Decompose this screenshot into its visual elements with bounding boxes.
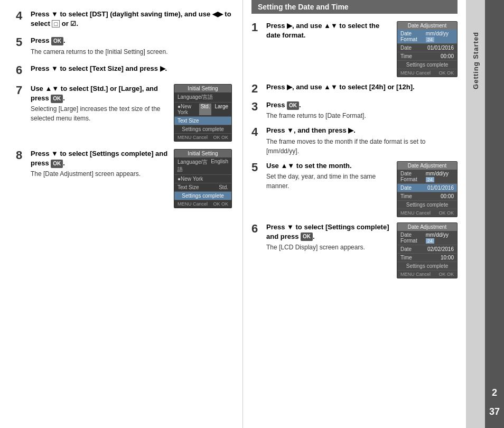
step-6-content: Press ▼ to select [Text Size] and press … [31,64,232,73]
sidebar-tab: Getting Started [466,0,485,428]
screen-1-title: Initial Setting [174,85,231,92]
rstep-1-with-image: Press ▶, and use ▲▼ to select the date f… [266,21,458,77]
initial-setting-screen-2: Initial Setting Language/言語 English ●New… [174,149,232,208]
rstep-6: 6 Press ▼ to select [Settings complete] … [251,222,458,278]
screen-1-settings: Settings complete [174,125,231,134]
step-8-with-image: Press ▼ to select [Settings complete] an… [31,149,232,208]
date-adj-2-bottom: MENU Cancel OK OK [397,209,457,217]
step-8-content: Press ▼ to select [Settings complete] an… [31,149,232,208]
date-adj-2-title: Date Adjustment [397,162,457,170]
step-number-4: 4 [16,10,27,22]
rstep-5-title: Use ▲▼ to set the month. [266,161,391,171]
step-4-content: Press ▼ to select [DST] (daylight saving… [31,10,232,29]
date-adj-2-settings: Settings complete [397,201,457,209]
rstep-6-with-image: Press ▼ to select [Settings complete] an… [266,222,458,278]
screen-2-bottom: MENU Cancel OK OK [174,200,231,208]
rstep-number-6: 6 [251,222,263,235]
date-adj-2-row-time: Time 00:00 [397,192,457,201]
date-adj-screen-3: Date Adjustment Date Format mm/dd/yy 24 … [397,222,458,278]
date-adj-1-row-format: Date Format mm/dd/yy 24 [397,30,457,44]
step-5-body: The camera returns to the [Initial Setti… [31,47,232,57]
rstep-1-text: Press ▶, and use ▲▼ to select the date f… [266,21,391,40]
chapter-number: 2 [492,387,497,398]
step-7-body: Selecting [Large] increases the text siz… [31,104,169,123]
rstep-6-title: Press ▼ to select [Settings complete] an… [266,222,391,241]
step-7-title: Use ▲▼ to select [Std.] or [Large], and … [31,84,169,103]
step-7: 7 Use ▲▼ to select [Std.] or [Large], an… [16,84,232,142]
rstep-3-content: Press OK. The frame returns to [Date For… [266,100,458,120]
date-adj-1-bottom: MENU Cancel OK OK [397,69,457,77]
date-adj-2-row-date: Date 01/01/2016 [397,184,457,192]
screen-2-row-textsize: Text Size Std. [174,183,231,192]
step-4-title: Press ▼ to select [DST] (daylight saving… [31,10,232,29]
date-adj-3-row-time: Time 10:00 [397,254,457,262]
rstep-1-title: Press ▶, and use ▲▼ to select the date f… [266,21,391,40]
date-adj-1-row-date: Date 01/01/2016 [397,44,457,52]
rstep-5-text: Use ▲▼ to set the month. Set the day, ye… [266,161,391,191]
rstep-4-title: Press ▼, and then press ▶. [266,126,458,135]
step-7-with-image: Use ▲▼ to select [Std.] or [Large], and … [31,84,232,142]
step-8-title: Press ▼ to select [Settings complete] an… [31,149,169,168]
step-number-5: 5 [16,36,27,49]
date-adj-3-settings: Settings complete [397,262,457,271]
initial-setting-screen-1: Initial Setting Language/言語 ●New York St… [174,84,232,142]
rstep-4-body: The frame moves to the month if the date… [266,137,458,156]
rstep-5-content: Use ▲▼ to set the month. Set the day, ye… [266,161,458,217]
rstep-3-title: Press OK. [266,100,458,110]
screen-2-title: Initial Setting [174,150,231,157]
step-7-content: Use ▲▼ to select [Std.] or [Large], and … [31,84,232,142]
step-number-6: 6 [16,64,27,77]
date-adj-2-row-format: Date Format mm/dd/yy 24 [397,170,457,184]
date-adj-1-settings: Settings complete [397,61,457,69]
rstep-1-content: Press ▶, and use ▲▼ to select the date f… [266,21,458,77]
screen-1-row-textsize: Text Size [174,117,231,125]
rstep-2-content: Press ▶, and use ▲▼ to select [24h] or [… [266,82,458,92]
date-adj-3-bottom: MENU Cancel OK OK [397,271,457,278]
page-number: 37 [489,406,500,417]
section-header: Setting the Date and Time [251,0,458,14]
left-panel: 4 Press ▼ to select [DST] (daylight savi… [0,0,243,428]
sidebar-number: 2 37 [485,0,504,428]
step-5-content: Press OK. The camera returns to the [Ini… [31,36,232,56]
rstep-2: 2 Press ▶, and use ▲▼ to select [24h] or… [251,82,458,95]
rstep-5: 5 Use ▲▼ to set the month. Set the day, … [251,161,458,217]
rstep-2-title: Press ▶, and use ▲▼ to select [24h] or [… [266,82,458,92]
date-adj-1-title: Date Adjustment [397,22,457,30]
step-number-8: 8 [16,149,27,162]
date-adj-3-title: Date Adjustment [397,223,457,231]
date-adj-3-row-format: Date Format mm/dd/yy 24 [397,231,457,245]
rstep-4: 4 Press ▼, and then press ▶. The frame m… [251,126,458,155]
screen-2-row-lang: Language/言語 English [174,157,231,175]
step-8-body: The [Date Adjustment] screen appears. [31,169,169,179]
date-adj-screen-2: Date Adjustment Date Format mm/dd/yy 24 … [397,161,458,217]
rstep-number-4: 4 [251,126,263,138]
screen-1-row-tz: ●New York Std. Large [174,103,231,117]
rstep-number-1: 1 [251,21,263,34]
rstep-6-text: Press ▼ to select [Settings complete] an… [266,222,391,252]
rstep-6-body: The [LCD Display] screen appears. [266,243,391,252]
screen-1-bottom: MENU Cancel OK OK [174,134,231,141]
ok-icon-r6: OK [301,232,313,241]
step-7-text: Use ▲▼ to select [Std.] or [Large], and … [31,84,169,123]
screen-1-row-lang: Language/言語 [174,92,231,103]
right-panel: Setting the Date and Time 1 Press ▶, and… [243,0,466,428]
rstep-5-body: Set the day, year, and time in the same … [266,172,391,191]
ok-icon-7: OK [51,95,63,103]
rstep-3: 3 Press OK. The frame returns to [Date F… [251,100,458,120]
step-4: 4 Press ▼ to select [DST] (daylight savi… [16,10,232,29]
step-number-7: 7 [16,84,27,97]
rstep-3-body: The frame returns to [Date Format]. [266,111,458,120]
ok-icon-5: OK [51,37,63,45]
step-6: 6 Press ▼ to select [Text Size] and pres… [16,64,232,77]
screen-2-row-tz: ●New York [174,175,231,183]
step-5-title: Press OK. [31,36,232,45]
step-5: 5 Press OK. The camera returns to the [I… [16,36,232,56]
rstep-4-content: Press ▼, and then press ▶. The frame mov… [266,126,458,155]
ok-icon-8: OK [51,160,63,168]
step-6-title: Press ▼ to select [Text Size] and press … [31,64,232,73]
date-adj-3-row-date: Date 02/02/2016 [397,245,457,254]
sidebar-tab-label: Getting Started [472,32,480,89]
step-8: 8 Press ▼ to select [Settings complete] … [16,149,232,208]
rstep-number-3: 3 [251,100,263,113]
rstep-number-5: 5 [251,161,263,174]
